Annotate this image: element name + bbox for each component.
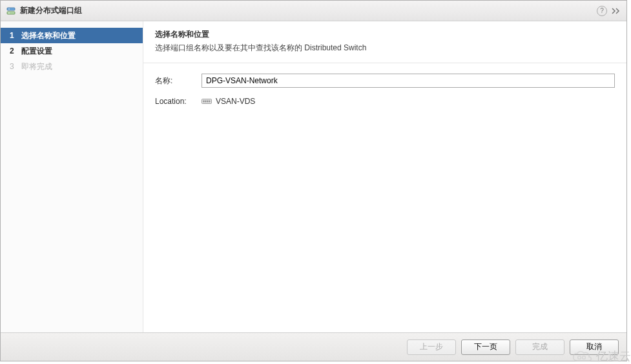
content-heading: 选择名称和位置: [155, 29, 615, 40]
svg-rect-5: [203, 101, 205, 103]
svg-rect-1: [7, 12, 15, 14]
port-group-icon: [6, 6, 16, 16]
cancel-button[interactable]: 取消: [570, 339, 619, 355]
location-label: Location:: [155, 97, 202, 106]
divider: [143, 63, 626, 63]
wizard-sidebar: 1 选择名称和位置 2 配置设置 3 即将完成: [1, 21, 143, 332]
location-text: VSAN-VDS: [216, 97, 255, 106]
svg-rect-7: [207, 101, 209, 103]
svg-rect-8: [209, 101, 211, 103]
finish-button: 完成: [515, 339, 564, 355]
body: 1 选择名称和位置 2 配置设置 3 即将完成 选择名称和位置 选择端口组名称以…: [1, 21, 626, 332]
titlebar: 新建分布式端口组 ?: [1, 1, 626, 21]
step-number: 1: [10, 31, 19, 40]
svg-point-2: [8, 8, 10, 10]
content-subtitle: 选择端口组名称以及要在其中查找该名称的 Distributed Switch: [155, 43, 615, 54]
wizard-footer: 上一步 下一页 完成 取消: [1, 332, 626, 361]
step-number: 3: [10, 62, 19, 71]
svg-rect-6: [205, 101, 207, 103]
step-number: 2: [10, 46, 19, 56]
svg-point-3: [8, 12, 10, 14]
back-button: 上一步: [407, 339, 456, 355]
step-select-name-location[interactable]: 1 选择名称和位置: [1, 28, 143, 43]
wizard-content: 选择名称和位置 选择端口组名称以及要在其中查找该名称的 Distributed …: [143, 21, 626, 332]
name-label: 名称:: [155, 76, 202, 86]
location-value: VSAN-VDS: [202, 97, 255, 106]
wizard-dialog: 新建分布式端口组 ? 1 选择名称和位置 2 配置设置 3: [0, 0, 627, 361]
step-label: 即将完成: [21, 61, 52, 72]
step-label: 选择名称和位置: [21, 30, 76, 41]
expand-icon[interactable]: [611, 6, 621, 16]
location-row: Location: VSAN-VDS: [155, 97, 615, 106]
step-configure-settings[interactable]: 2 配置设置: [1, 43, 143, 59]
distributed-switch-icon: [202, 97, 212, 105]
step-ready-complete: 3 即将完成: [1, 59, 143, 74]
step-label: 配置设置: [21, 46, 52, 57]
name-input[interactable]: [202, 74, 615, 88]
name-row: 名称:: [155, 74, 615, 88]
help-icon[interactable]: ?: [597, 6, 607, 16]
next-button[interactable]: 下一页: [461, 339, 510, 355]
svg-rect-0: [7, 8, 15, 10]
title-controls: ?: [597, 6, 621, 16]
window-title: 新建分布式端口组: [20, 5, 597, 16]
